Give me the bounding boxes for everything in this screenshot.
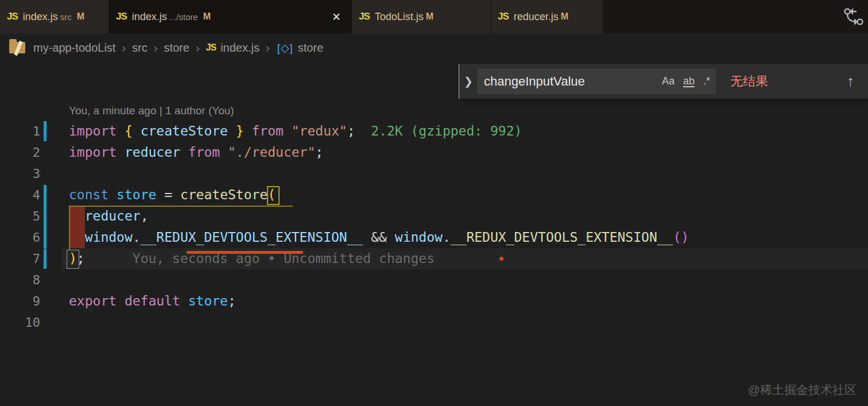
- bracket-match-box-close: [67, 250, 79, 269]
- find-input[interactable]: [483, 74, 653, 90]
- line-number[interactable]: 2: [0, 142, 40, 163]
- token-var: reducer: [125, 145, 180, 160]
- tab-index.js-store[interactable]: JSindex.js.../storeM✕: [109, 0, 352, 33]
- find-expand-chevron-icon[interactable]: ❯: [460, 75, 477, 88]
- code-line-8[interactable]: [69, 269, 868, 291]
- line-number[interactable]: 1: [0, 121, 40, 142]
- line-number[interactable]: 3: [0, 163, 40, 184]
- code-line-5[interactable]: reducer,: [69, 206, 868, 227]
- regex-icon[interactable]: .*: [703, 75, 710, 87]
- watermark: @稀土掘金技术社区: [748, 382, 857, 398]
- match-case-icon[interactable]: Aa: [662, 75, 675, 87]
- code-line-1[interactable]: import { createStore } from "redux"; 2.2…: [69, 121, 868, 142]
- token-kw: from: [244, 123, 292, 138]
- breadcrumb-item-store[interactable]: store: [164, 41, 189, 55]
- whole-word-icon[interactable]: ab: [683, 76, 695, 87]
- token-fn: createStore: [180, 187, 268, 202]
- error-underline: [187, 251, 303, 254]
- tab-TodoList.js[interactable]: JSTodoList.jsM: [352, 0, 491, 33]
- bracket-guide-horizontal: [69, 206, 293, 207]
- token-kw: from: [180, 145, 228, 160]
- git-modified-badge: M: [203, 11, 211, 22]
- git-modified-badge: M: [426, 11, 433, 22]
- git-modified-badge: M: [77, 11, 84, 22]
- code-line-9[interactable]: export default store;: [69, 291, 868, 312]
- gutter-modified-indicator[interactable]: [44, 249, 46, 269]
- error-dot: [499, 257, 503, 261]
- token-br2: (): [673, 230, 689, 245]
- tab-index.js-src[interactable]: JSindex.jssrcM: [0, 0, 109, 33]
- breadcrumb-separator-icon: ›: [266, 41, 270, 55]
- line-number[interactable]: 7: [0, 248, 40, 269]
- breadcrumb-item-src[interactable]: src: [132, 41, 148, 55]
- token-pl: ;: [315, 145, 323, 160]
- tab-title: index.js: [132, 11, 167, 23]
- breadcrumb-separator-icon: ›: [154, 41, 158, 55]
- line-number[interactable]: 6: [0, 227, 40, 248]
- code-line-6[interactable]: window.__REDUX_DEVTOOLS_EXTENSION__ && w…: [69, 227, 868, 248]
- folder-icon: [9, 42, 25, 53]
- token-br1: {: [125, 123, 141, 138]
- token-pl: .: [443, 230, 451, 245]
- gutter-modified-indicator[interactable]: [44, 185, 46, 249]
- token-pl: ,: [141, 208, 149, 223]
- token-var: reducer: [85, 208, 141, 223]
- js-file-icon: JS: [359, 11, 370, 22]
- token-var: createStore: [141, 123, 228, 138]
- token-pl: .: [133, 230, 141, 245]
- token-storage: const: [69, 187, 117, 202]
- find-result-count: 无结果: [730, 73, 768, 90]
- token-kw: import: [69, 145, 125, 160]
- git-modified-badge: M: [561, 11, 568, 22]
- code-line-10[interactable]: [69, 312, 868, 333]
- token-pl: &&: [363, 230, 394, 245]
- token-var: window: [395, 230, 443, 245]
- breadcrumb-item-my-app-todoList[interactable]: my-app-todoList: [33, 41, 115, 55]
- previous-match-icon[interactable]: ↑: [847, 72, 854, 90]
- breadcrumb: my-app-todoList›src›store›JSindex.js›[◇]…: [0, 33, 868, 62]
- bracket-guide-vertical: [69, 206, 70, 250]
- line-number[interactable]: 10: [0, 312, 40, 333]
- code-region: You, a minute ago | 1 author (You) 12345…: [0, 103, 868, 406]
- tab-description: .../store: [169, 12, 198, 22]
- token-pl: ;: [228, 293, 236, 308]
- indent-error-highlight: [69, 206, 85, 248]
- code-line-3[interactable]: [69, 163, 868, 184]
- tab-description: src: [60, 12, 72, 22]
- js-icon: JS: [206, 42, 216, 53]
- line-number-gutter: 12345678910: [0, 121, 40, 333]
- bracket-match-box-open: [267, 186, 280, 205]
- token-cost: 2.2K (gzipped: 992): [355, 123, 522, 138]
- find-input-box: Aa ab .*: [477, 69, 716, 94]
- code-line-2[interactable]: import reducer from "./reducer";: [69, 142, 868, 163]
- line-number[interactable]: 8: [0, 269, 40, 291]
- code-editor[interactable]: You, a minute ago | 1 author (You) 12345…: [0, 62, 868, 406]
- history-navigation-icon[interactable]: [843, 5, 868, 28]
- js-file-icon: JS: [116, 11, 127, 22]
- tab-reducer.js[interactable]: JSreducer.jsM: [491, 0, 603, 33]
- line-number[interactable]: 5: [0, 206, 40, 227]
- editor-actions: [843, 0, 868, 33]
- breadcrumb-separator-icon: ›: [196, 41, 200, 55]
- line-number[interactable]: 9: [0, 291, 40, 312]
- token-var2: store: [188, 293, 228, 308]
- tab-title: TodoList.js: [375, 11, 424, 23]
- token-br1: }: [228, 123, 244, 138]
- js-file-icon: JS: [7, 11, 18, 22]
- token-var2: store: [117, 187, 164, 202]
- token-kw: import: [69, 123, 125, 138]
- close-tab-icon[interactable]: ✕: [328, 9, 344, 25]
- breadcrumb-item-store[interactable]: store: [298, 41, 323, 55]
- code-line-4[interactable]: const store = createStore(: [69, 184, 868, 206]
- tab-bar: JSindex.jssrcMJSindex.js.../storeM✕JSTod…: [0, 0, 868, 33]
- find-widget: ❯ Aa ab .* 无结果 ↑ ↓: [458, 64, 868, 99]
- gitlens-authors-codelens[interactable]: You, a minute ago | 1 author (You): [0, 103, 868, 121]
- token-pl: =: [164, 187, 180, 202]
- breadcrumb-separator-icon: ›: [122, 41, 126, 55]
- token-str: "redux": [292, 123, 347, 138]
- gutter-modified-indicator[interactable]: [44, 121, 46, 141]
- token-kw: export default: [69, 293, 188, 308]
- symbol-module-icon: [◇]: [277, 41, 293, 55]
- line-number[interactable]: 4: [0, 184, 40, 206]
- breadcrumb-item-index.js[interactable]: index.js: [220, 41, 259, 55]
